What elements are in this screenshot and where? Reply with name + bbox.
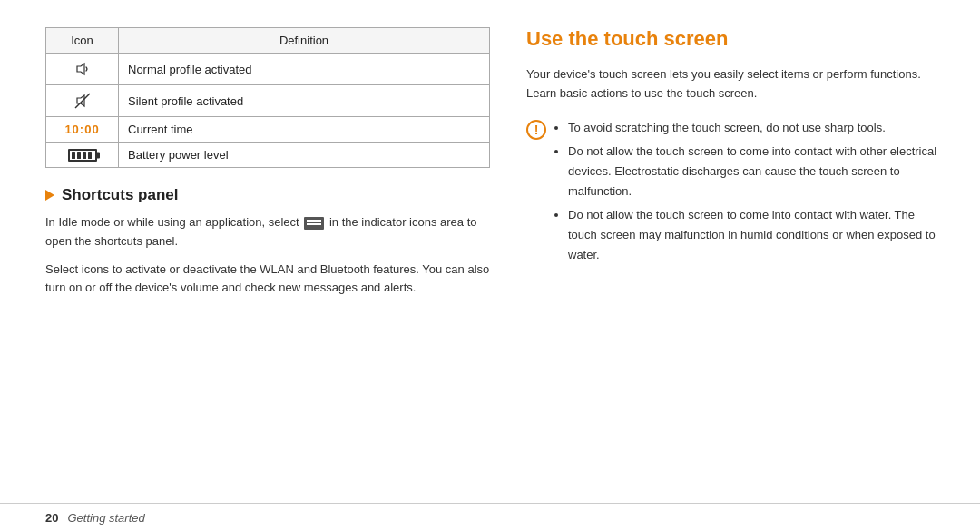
shortcuts-para1: In Idle mode or while using an applicati…: [45, 213, 490, 251]
icon-cell-clock: 10:00: [46, 117, 119, 143]
table-header-icon: Icon: [46, 28, 119, 54]
bullet-item: Do not allow the touch screen to come in…: [568, 205, 944, 265]
table-cell-battery-def: Battery power level: [119, 143, 490, 168]
bullet-item: Do not allow the touch screen to come in…: [568, 142, 944, 202]
svg-marker-0: [77, 64, 84, 74]
footer: 20 Getting started: [0, 503, 980, 532]
table-header-definition: Definition: [119, 28, 490, 54]
warning-icon: !: [526, 120, 546, 140]
table-cell-silent-def: Silent profile activated: [119, 85, 490, 117]
table-row: 10:00 Current time: [46, 117, 490, 143]
touch-screen-intro: Your device's touch screen lets you easi…: [526, 65, 944, 103]
shortcuts-title: Shortcuts panel: [45, 186, 490, 204]
chevron-icon: [45, 190, 54, 201]
shortcuts-section: Shortcuts panel In Idle mode or while us…: [45, 186, 490, 298]
battery-icon: [68, 149, 97, 162]
silent-profile-icon: [73, 91, 93, 111]
table-row: Battery power level: [46, 143, 490, 168]
icon-table: Icon Definition: [45, 27, 490, 168]
footer-page-label: Getting started: [67, 511, 144, 525]
table-cell-clock-def: Current time: [119, 117, 490, 143]
table-row: Normal profile activated: [46, 54, 490, 85]
clock-icon: 10:00: [64, 123, 99, 136]
icon-cell-battery: [46, 143, 119, 168]
menu-icon: [304, 217, 324, 230]
table-cell-normal-def: Normal profile activated: [119, 54, 490, 85]
touch-screen-title: Use the touch screen: [526, 27, 944, 51]
footer-page-number: 20: [45, 511, 58, 525]
shortcuts-heading: Shortcuts panel: [62, 186, 178, 204]
warning-box: ! To avoid scratching the touch screen, …: [526, 118, 944, 270]
normal-profile-icon: [73, 59, 93, 79]
bullet-list: To avoid scratching the touch screen, do…: [555, 118, 944, 270]
icon-cell-silent: [46, 85, 119, 117]
table-row: Silent profile activated: [46, 85, 490, 117]
shortcuts-para2: Select icons to activate or deactivate t…: [45, 261, 490, 299]
left-column: Icon Definition: [45, 27, 490, 485]
right-column: Use the touch screen Your device's touch…: [526, 27, 944, 485]
bullet-item: To avoid scratching the touch screen, do…: [568, 118, 944, 138]
icon-cell-normal: [46, 54, 119, 85]
